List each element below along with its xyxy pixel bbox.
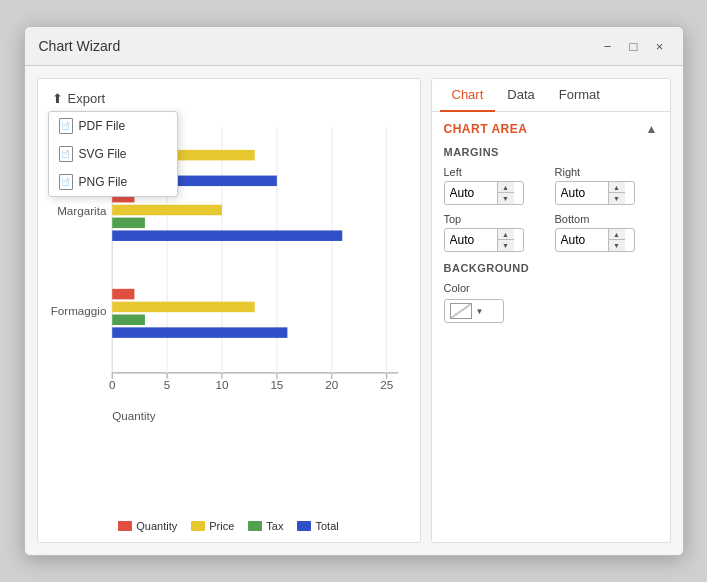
tab-data[interactable]: Data bbox=[495, 79, 546, 112]
titlebar: Chart Wizard − □ × bbox=[25, 27, 683, 66]
color-swatch bbox=[450, 303, 472, 319]
export-label: Export bbox=[68, 91, 106, 106]
svg-rect-26 bbox=[112, 205, 222, 216]
margin-right-input[interactable] bbox=[556, 183, 608, 203]
background-section: BACKGROUND Color ▼ bbox=[444, 262, 658, 323]
svg-rect-28 bbox=[112, 230, 342, 241]
legend-quantity-label: Quantity bbox=[136, 520, 177, 532]
margin-top-spinner[interactable]: ▲ ▼ bbox=[444, 228, 524, 252]
margin-grid: Left ▲ ▼ Right bbox=[444, 166, 658, 252]
close-button[interactable]: × bbox=[651, 37, 669, 55]
svg-file-icon: 📄 bbox=[59, 146, 73, 162]
tab-chart[interactable]: Chart bbox=[440, 79, 496, 112]
export-button[interactable]: ⬆ Export bbox=[48, 89, 110, 108]
svg-rect-30 bbox=[112, 302, 254, 313]
minimize-button[interactable]: − bbox=[599, 37, 617, 55]
export-pdf-label: PDF File bbox=[79, 119, 126, 133]
export-svg-label: SVG File bbox=[79, 147, 127, 161]
margin-left-label: Left bbox=[444, 166, 547, 178]
window-controls: − □ × bbox=[599, 37, 669, 55]
margin-right-down[interactable]: ▼ bbox=[609, 193, 625, 204]
margin-right-spinner[interactable]: ▲ ▼ bbox=[555, 181, 635, 205]
export-dropdown: 📄 PDF File 📄 SVG File 📄 PNG File bbox=[48, 111, 178, 197]
export-svg-item[interactable]: 📄 SVG File bbox=[49, 140, 177, 168]
tax-swatch bbox=[248, 521, 262, 531]
margin-right-up[interactable]: ▲ bbox=[609, 182, 625, 193]
svg-text:5: 5 bbox=[163, 378, 169, 391]
margin-bottom-spinner-buttons: ▲ ▼ bbox=[608, 229, 625, 251]
margin-top-label: Top bbox=[444, 213, 547, 225]
margin-bottom-input[interactable] bbox=[556, 230, 608, 250]
margin-bottom-label: Bottom bbox=[555, 213, 658, 225]
tab-format[interactable]: Format bbox=[547, 79, 612, 112]
export-area: ⬆ Export 📄 PDF File 📄 SVG File 📄 PNG Fil… bbox=[48, 89, 410, 108]
legend-tax: Tax bbox=[248, 520, 283, 532]
margin-top-input[interactable] bbox=[445, 230, 497, 250]
price-swatch bbox=[191, 521, 205, 531]
color-label: Color bbox=[444, 282, 658, 294]
margin-top-down[interactable]: ▼ bbox=[498, 240, 514, 251]
margin-left-input[interactable] bbox=[445, 183, 497, 203]
margin-right-spinner-buttons: ▲ ▼ bbox=[608, 182, 625, 204]
export-png-item[interactable]: 📄 PNG File bbox=[49, 168, 177, 196]
svg-text:20: 20 bbox=[325, 378, 338, 391]
legend-price-label: Price bbox=[209, 520, 234, 532]
margin-left-up[interactable]: ▲ bbox=[498, 182, 514, 193]
margins-title: MARGINS bbox=[444, 146, 658, 158]
chart-area-collapse-button[interactable]: ▲ bbox=[646, 122, 658, 136]
export-png-label: PNG File bbox=[79, 175, 128, 189]
chart-area-section-header: CHART AREA ▲ bbox=[444, 122, 658, 136]
legend-total-label: Total bbox=[315, 520, 338, 532]
background-title: BACKGROUND bbox=[444, 262, 658, 274]
color-dropdown-arrow: ▼ bbox=[476, 307, 484, 316]
margin-bottom-down[interactable]: ▼ bbox=[609, 240, 625, 251]
legend-total: Total bbox=[297, 520, 338, 532]
pdf-file-icon: 📄 bbox=[59, 118, 73, 134]
legend-tax-label: Tax bbox=[266, 520, 283, 532]
margin-bottom-spinner[interactable]: ▲ ▼ bbox=[555, 228, 635, 252]
svg-rect-31 bbox=[112, 315, 145, 326]
margin-top-up[interactable]: ▲ bbox=[498, 229, 514, 240]
chart-legend: Quantity Price Tax Total bbox=[48, 520, 410, 532]
format-tab-content: CHART AREA ▲ MARGINS Left ▲ ▼ bbox=[432, 112, 670, 542]
margin-left-spinner[interactable]: ▲ ▼ bbox=[444, 181, 524, 205]
export-pdf-item[interactable]: 📄 PDF File bbox=[49, 112, 177, 140]
margin-left-spinner-buttons: ▲ ▼ bbox=[497, 182, 514, 204]
margin-left-down[interactable]: ▼ bbox=[498, 193, 514, 204]
total-swatch bbox=[297, 521, 311, 531]
margin-right-field: Right ▲ ▼ bbox=[555, 166, 658, 205]
export-icon: ⬆ bbox=[52, 91, 63, 106]
svg-rect-29 bbox=[112, 289, 134, 300]
svg-text:Pollo Formaggio: Pollo Formaggio bbox=[48, 304, 106, 317]
window-title: Chart Wizard bbox=[39, 38, 121, 54]
margin-top-field: Top ▲ ▼ bbox=[444, 213, 547, 252]
svg-text:15: 15 bbox=[270, 378, 283, 391]
legend-price: Price bbox=[191, 520, 234, 532]
margin-right-label: Right bbox=[555, 166, 658, 178]
svg-text:0: 0 bbox=[108, 378, 115, 391]
svg-rect-32 bbox=[112, 327, 287, 338]
svg-text:25: 25 bbox=[380, 378, 393, 391]
margin-top-spinner-buttons: ▲ ▼ bbox=[497, 229, 514, 251]
tab-bar: Chart Data Format bbox=[432, 79, 670, 112]
svg-text:10: 10 bbox=[215, 378, 228, 391]
chart-area-title: CHART AREA bbox=[444, 122, 528, 136]
margin-left-field: Left ▲ ▼ bbox=[444, 166, 547, 205]
quantity-swatch bbox=[118, 521, 132, 531]
maximize-button[interactable]: □ bbox=[625, 37, 643, 55]
chart-panel: ⬆ Export 📄 PDF File 📄 SVG File 📄 PNG Fil… bbox=[37, 78, 421, 543]
svg-text:Quantity: Quantity bbox=[112, 409, 156, 422]
main-content: ⬆ Export 📄 PDF File 📄 SVG File 📄 PNG Fil… bbox=[25, 66, 683, 555]
png-file-icon: 📄 bbox=[59, 174, 73, 190]
right-panel: Chart Data Format CHART AREA ▲ MARGINS L… bbox=[431, 78, 671, 543]
chart-wizard-window: Chart Wizard − □ × ⬆ Export 📄 PDF File bbox=[24, 26, 684, 556]
svg-text:Margarita: Margarita bbox=[57, 204, 107, 217]
color-picker[interactable]: ▼ bbox=[444, 299, 504, 323]
svg-rect-27 bbox=[112, 218, 145, 229]
margin-bottom-field: Bottom ▲ ▼ bbox=[555, 213, 658, 252]
legend-quantity: Quantity bbox=[118, 520, 177, 532]
margin-bottom-up[interactable]: ▲ bbox=[609, 229, 625, 240]
